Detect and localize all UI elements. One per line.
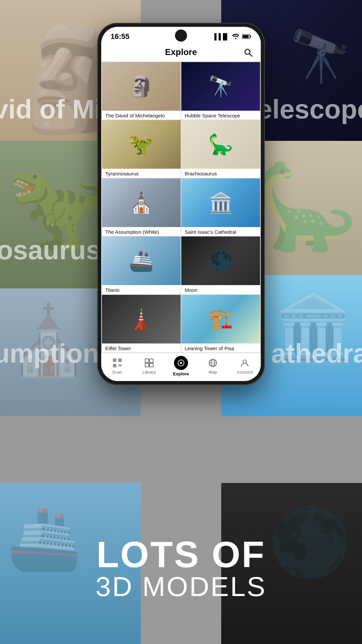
status-icons: ▐▐▐▌ bbox=[212, 33, 251, 40]
phone-screen: 16:55 ▐▐▐▌ bbox=[101, 27, 261, 381]
svg-rect-2 bbox=[250, 36, 251, 38]
grid-item-label-hubble: Hubble Space Telescope bbox=[181, 111, 260, 119]
map-icon bbox=[207, 358, 218, 368]
grid-item-pisa[interactable]: 🏗️Leaning Tower of Pisa bbox=[181, 295, 260, 352]
svg-rect-16 bbox=[149, 359, 153, 363]
grid-item-moon[interactable]: 🌑Moon bbox=[181, 236, 260, 294]
grid-item-trex[interactable]: 🦖Tyrannosaurus bbox=[102, 120, 181, 177]
nav-scan[interactable]: Scan bbox=[106, 358, 129, 375]
grid-item-image-titanic: 🚢 bbox=[102, 236, 181, 285]
grid-item-titanic[interactable]: 🚢Titanic bbox=[102, 236, 181, 294]
grid-item-label-trex: Tyrannosaurus bbox=[102, 169, 181, 177]
camera-notch bbox=[175, 30, 187, 42]
grid-item-label-titanic: Titanic bbox=[102, 285, 181, 294]
nav-explore-label: Explore bbox=[173, 371, 189, 376]
status-time: 16:55 bbox=[111, 32, 129, 41]
svg-rect-10 bbox=[114, 365, 115, 366]
grid-item-eiffel[interactable]: 🗼Eiffel Tower bbox=[102, 295, 181, 352]
library-icon bbox=[144, 358, 155, 368]
grid-item-label-brachio: Brachiosaurus bbox=[181, 169, 260, 177]
nav-library[interactable]: Library bbox=[137, 358, 161, 375]
battery-icon bbox=[242, 34, 251, 39]
phone-frame: 16:55 ▐▐▐▌ bbox=[97, 23, 265, 385]
grid-item-image-trex: 🦖 bbox=[102, 120, 181, 169]
svg-rect-3 bbox=[243, 35, 249, 38]
svg-rect-12 bbox=[119, 364, 120, 365]
grid-item-image-moon: 🌑 bbox=[181, 236, 260, 285]
svg-rect-9 bbox=[114, 360, 115, 361]
signal-icon: ▐▐▐▌ bbox=[212, 33, 229, 40]
explore-grid: 🗿The David of Michelangelo🔭Hubble Space … bbox=[101, 61, 261, 353]
bottom-nav: Scan Library bbox=[101, 353, 261, 381]
phone-wrapper: 16:55 ▐▐▐▌ bbox=[97, 23, 265, 385]
nav-account[interactable]: Account bbox=[233, 358, 256, 375]
grid-item-label-david: The David of Michelangelo bbox=[102, 111, 181, 119]
grid-item-hubble[interactable]: 🔭Hubble Space Telescope bbox=[181, 62, 260, 119]
grid-item-brachio[interactable]: 🦕Brachiosaurus bbox=[181, 120, 260, 177]
grid-item-label-pisa: Leaning Tower of Pisa bbox=[181, 343, 260, 352]
grid-item-david[interactable]: 🗿The David of Michelangelo bbox=[102, 62, 181, 119]
tagline-line2: 3D MODELS bbox=[0, 573, 362, 600]
tagline-line1: LOTS OF bbox=[0, 536, 362, 573]
nav-map-label: Map bbox=[209, 370, 217, 375]
grid-item-assumption[interactable]: ⛪The Assumption (White) Cathe... bbox=[102, 178, 181, 236]
svg-rect-18 bbox=[149, 363, 153, 367]
grid-item-image-pisa: 🏗️ bbox=[181, 295, 260, 343]
svg-rect-11 bbox=[119, 360, 121, 361]
account-icon bbox=[239, 358, 250, 368]
grid-item-label-eiffel: Eiffel Tower bbox=[102, 343, 181, 352]
grid-item-saintisaac[interactable]: 🏛️Saint Isaac's Cathedral bbox=[181, 178, 260, 236]
grid-item-label-saintisaac: Saint Isaac's Cathedral bbox=[181, 227, 260, 236]
grid-item-image-saintisaac: 🏛️ bbox=[181, 178, 260, 227]
grid-item-image-hubble: 🔭 bbox=[181, 62, 260, 111]
bg-text-cathedral: athedral bbox=[271, 338, 362, 369]
grid-item-label-assumption: The Assumption (White) Cathe... bbox=[102, 227, 181, 236]
nav-account-label: Account bbox=[237, 370, 253, 375]
tagline: LOTS OF 3D MODELS bbox=[0, 536, 362, 600]
search-button[interactable] bbox=[242, 46, 254, 58]
bg-text-osaurus: osaurus bbox=[0, 235, 101, 266]
grid-item-label-moon: Moon bbox=[181, 285, 260, 294]
svg-rect-15 bbox=[145, 359, 149, 363]
nav-library-label: Library bbox=[142, 370, 156, 375]
svg-rect-14 bbox=[121, 364, 121, 366]
page-title: Explore bbox=[165, 47, 197, 57]
svg-point-20 bbox=[180, 362, 182, 364]
grid-item-image-brachio: 🦕 bbox=[181, 120, 260, 169]
svg-point-0 bbox=[235, 38, 236, 39]
scan-icon bbox=[112, 358, 123, 368]
svg-rect-17 bbox=[145, 363, 149, 367]
app-header: Explore bbox=[101, 44, 261, 61]
grid-item-image-assumption: ⛪ bbox=[102, 178, 181, 227]
grid-item-image-eiffel: 🗼 bbox=[102, 295, 181, 343]
nav-scan-label: Scan bbox=[112, 370, 122, 375]
grid-item-image-david: 🗿 bbox=[102, 62, 181, 111]
svg-line-5 bbox=[249, 54, 252, 56]
explore-icon bbox=[174, 356, 188, 370]
nav-map[interactable]: Map bbox=[201, 358, 225, 375]
nav-explore[interactable]: Explore bbox=[169, 356, 193, 376]
svg-point-26 bbox=[243, 360, 246, 363]
wifi-icon bbox=[232, 34, 239, 39]
